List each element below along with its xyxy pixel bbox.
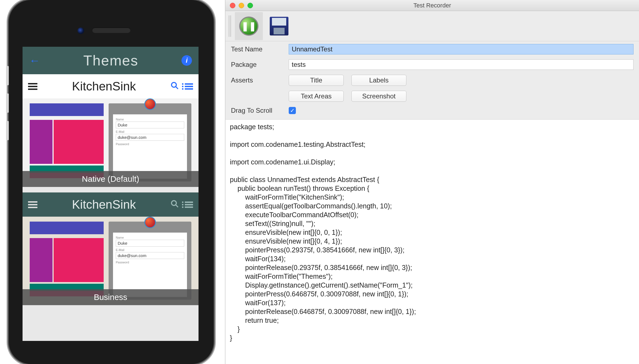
save-button[interactable]	[265, 12, 293, 40]
preview-title: KitchenSink	[43, 198, 164, 211]
simulator-pane: ← Themes i KitchenSink	[0, 0, 225, 364]
phone-earpiece	[92, 27, 131, 33]
toolbar: ❚❚	[225, 11, 639, 41]
mock-email-value: duke@sun.com	[116, 134, 184, 141]
assert-title-button[interactable]: Title	[289, 75, 344, 86]
theme-card-native[interactable]: KitchenSink	[23, 74, 199, 187]
mock-layout	[30, 222, 104, 300]
phone-screen[interactable]: ← Themes i KitchenSink	[23, 47, 199, 341]
screen-title: Themes	[83, 52, 138, 69]
mock-email-label: E-Mail	[116, 130, 184, 133]
info-icon[interactable]: i	[181, 55, 192, 66]
form-area: Test Name Package Asserts Title Labels T…	[225, 41, 639, 120]
mock-name-value: Duke	[116, 240, 184, 247]
mock-email-label: E-Mail	[116, 248, 184, 252]
mock-form: Name Duke E-Mail duke@sun.com Password	[109, 103, 191, 181]
preview-toolbar: KitchenSink	[23, 192, 199, 217]
theme-caption: Native (Default)	[23, 171, 199, 187]
theme-preview: KitchenSink	[23, 192, 199, 305]
mock-name-label: Name	[116, 118, 184, 121]
theme-card-business[interactable]: KitchenSink	[23, 192, 199, 305]
mock-name-label: Name	[116, 236, 184, 239]
avatar-icon	[144, 217, 156, 228]
svg-line-3	[176, 205, 178, 207]
code-area[interactable]: package tests; import com.codename1.test…	[225, 120, 639, 364]
asserts-label: Asserts	[231, 76, 286, 84]
mock-password-label: Password	[116, 261, 184, 264]
theme-preview: KitchenSink	[23, 74, 199, 187]
asserts-row-1: Title Labels	[289, 75, 634, 86]
phone-volume-down	[6, 121, 9, 140]
drag-to-scroll-checkbox[interactable]: ✓	[289, 107, 296, 114]
svg-line-1	[176, 86, 178, 89]
toolbar-grip	[229, 15, 231, 37]
svg-point-2	[172, 200, 177, 205]
phone-volume-up	[6, 93, 9, 113]
record-icon: ❚❚	[239, 16, 258, 36]
mock-layout	[30, 103, 104, 181]
phone-mute-switch	[6, 66, 9, 85]
test-recorder-window: Test Recorder ❚❚ Test Name Package Asser…	[225, 0, 639, 364]
test-name-input[interactable]	[289, 44, 634, 54]
assert-screenshot-button[interactable]: Screenshot	[351, 91, 406, 102]
list-icon	[185, 83, 193, 90]
avatar-icon	[144, 98, 156, 110]
mock-name-value: Duke	[116, 122, 184, 128]
back-arrow-icon[interactable]: ←	[29, 54, 40, 67]
package-label: Package	[231, 61, 286, 68]
mock-email-value: duke@sun.com	[116, 252, 184, 259]
mock-form: Name Duke E-Mail duke@sun.com Password	[109, 222, 191, 300]
save-icon	[270, 17, 288, 35]
search-icon	[170, 81, 179, 92]
themes-header: ← Themes i	[23, 47, 199, 74]
titlebar: Test Recorder	[225, 0, 639, 11]
preview-title: KitchenSink	[43, 79, 164, 93]
drag-to-scroll-row: ✓	[289, 107, 634, 114]
package-input[interactable]	[289, 59, 634, 70]
hamburger-icon	[28, 83, 37, 90]
hamburger-icon	[28, 201, 37, 208]
test-name-label: Test Name	[231, 45, 286, 53]
theme-caption: Business	[23, 289, 199, 305]
record-button[interactable]: ❚❚	[235, 12, 263, 40]
list-icon	[185, 202, 193, 208]
window-title: Test Recorder	[225, 2, 639, 9]
preview-toolbar: KitchenSink	[23, 74, 199, 98]
svg-point-0	[172, 82, 177, 87]
drag-to-scroll-label: Drag To Scroll	[231, 107, 286, 114]
phone-frame: ← Themes i KitchenSink	[9, 0, 214, 364]
assert-textareas-button[interactable]: Text Areas	[289, 91, 344, 102]
search-icon	[170, 199, 179, 210]
mock-password-label: Password	[116, 142, 184, 146]
assert-labels-button[interactable]: Labels	[351, 75, 406, 86]
phone-camera	[78, 27, 84, 34]
asserts-row-2: Text Areas Screenshot	[289, 91, 634, 102]
